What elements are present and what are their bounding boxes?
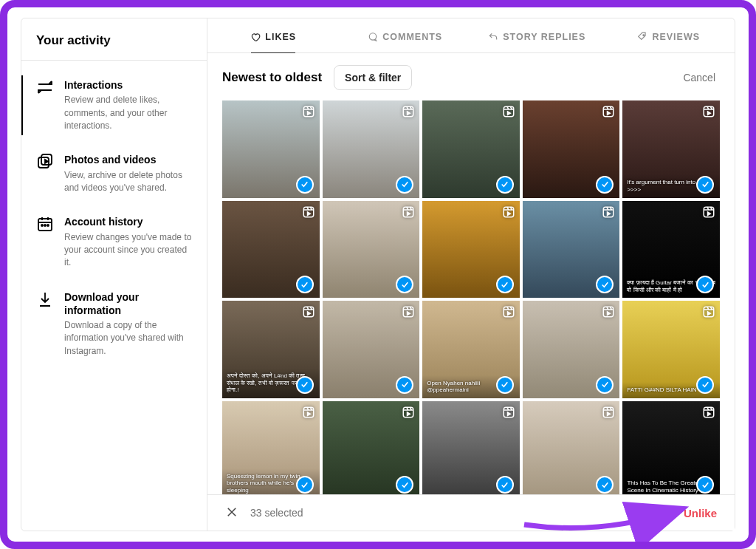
reel-icon — [502, 305, 515, 318]
selected-check-icon — [296, 376, 314, 394]
page-title: Your activity — [36, 33, 192, 48]
sidebar-header: Your activity — [21, 18, 207, 61]
reel-icon — [702, 205, 715, 219]
svg-rect-13 — [303, 207, 314, 217]
sidebar-item-desc: View, archive or delete photos and video… — [64, 169, 193, 195]
media-thumb[interactable] — [523, 100, 620, 198]
media-thumb[interactable] — [523, 201, 620, 299]
svg-rect-24 — [403, 407, 413, 417]
toolbar: Newest to oldest Sort & filter Cancel — [207, 53, 735, 100]
svg-point-7 — [643, 35, 645, 36]
media-thumb[interactable]: FATTI G##ND SILTA HAIN — [622, 301, 720, 398]
selection-footer: 33 selected Unlike — [207, 494, 735, 531]
media-thumb[interactable] — [523, 401, 620, 494]
selected-check-icon — [696, 176, 714, 194]
svg-rect-15 — [504, 207, 514, 217]
selected-check-icon — [496, 176, 514, 194]
svg-rect-1 — [41, 154, 52, 165]
sidebar-item-label: Account history — [64, 215, 193, 228]
sidebar-item-label: Interactions — [64, 78, 193, 92]
svg-rect-25 — [504, 407, 514, 417]
sidebar-item-photos-videos[interactable]: Photos and videos View, archive or delet… — [21, 143, 207, 205]
svg-rect-11 — [604, 106, 614, 117]
tabs: LIKES COMMENTS STORY REPLIES REVIEWS — [207, 18, 735, 53]
calendar-icon — [36, 215, 54, 233]
sort-filter-button[interactable]: Sort & filter — [334, 65, 412, 90]
sidebar-item-download[interactable]: Download your information Download a cop… — [21, 280, 207, 369]
tab-label: LIKES — [265, 32, 296, 42]
reel-icon — [402, 205, 415, 219]
svg-rect-12 — [704, 106, 714, 117]
media-thumb[interactable] — [422, 201, 520, 299]
media-icon — [36, 153, 54, 171]
selected-check-icon — [596, 176, 614, 194]
media-thumb[interactable]: It's argument that turn into this >>>> — [622, 100, 720, 198]
media-thumb[interactable]: क्या फ़ायदा है Guitar बजाने का साहब जब व… — [622, 201, 720, 299]
selected-check-icon — [296, 476, 314, 494]
tab-comments[interactable]: COMMENTS — [340, 18, 472, 52]
interactions-icon — [36, 78, 54, 96]
tag-icon — [637, 32, 647, 42]
tab-label: COMMENTS — [382, 32, 442, 42]
media-thumb[interactable] — [323, 201, 420, 299]
reel-icon — [302, 406, 315, 419]
reel-icon — [602, 205, 615, 219]
svg-rect-22 — [704, 307, 714, 317]
sidebar-item-interactions[interactable]: Interactions Review and delete likes, co… — [21, 68, 207, 143]
media-thumb[interactable] — [323, 100, 420, 198]
sidebar-item-desc: Review changes you've made to your accou… — [64, 231, 193, 270]
svg-rect-23 — [303, 407, 314, 417]
svg-rect-21 — [604, 307, 614, 317]
svg-rect-14 — [403, 207, 413, 217]
heart-icon — [250, 32, 261, 42]
svg-rect-20 — [504, 307, 514, 317]
reel-icon — [602, 105, 615, 118]
selected-check-icon — [496, 276, 514, 293]
svg-rect-19 — [403, 307, 413, 317]
sidebar-item-desc: Review and delete likes, comments, and y… — [64, 94, 193, 132]
reel-icon — [302, 305, 315, 318]
svg-point-3 — [41, 225, 43, 226]
reel-icon — [402, 406, 415, 419]
media-thumb[interactable] — [422, 401, 520, 494]
media-thumb[interactable] — [222, 201, 320, 299]
comment-icon — [368, 32, 378, 42]
reel-icon — [502, 406, 515, 419]
media-thumb[interactable] — [323, 301, 420, 398]
main-content: LIKES COMMENTS STORY REPLIES REVIEWS New… — [207, 18, 735, 531]
media-thumb[interactable]: Squeezing lemon in my twin brothers mout… — [222, 401, 320, 494]
sidebar-item-account-history[interactable]: Account history Review changes you've ma… — [21, 205, 207, 279]
clear-selection-button[interactable] — [225, 505, 240, 520]
svg-point-5 — [47, 225, 49, 226]
reel-icon — [602, 406, 615, 419]
svg-rect-16 — [604, 207, 614, 217]
reel-icon — [702, 105, 715, 118]
reel-icon — [702, 406, 715, 419]
sidebar: Your activity Interactions Review and de… — [21, 18, 207, 531]
selected-check-icon — [696, 376, 714, 394]
reel-icon — [602, 305, 615, 318]
svg-rect-18 — [303, 307, 314, 317]
media-thumb[interactable] — [422, 100, 520, 198]
selected-check-icon — [296, 176, 314, 194]
svg-rect-9 — [403, 106, 413, 117]
svg-point-4 — [44, 225, 46, 226]
media-thumb[interactable] — [523, 301, 620, 398]
media-thumb[interactable]: Open Nyahen nahiiii @ppeahermaini — [422, 301, 520, 398]
svg-rect-8 — [303, 106, 314, 117]
selected-check-icon — [496, 376, 514, 394]
media-thumb[interactable] — [323, 401, 420, 494]
cancel-button[interactable]: Cancel — [683, 72, 720, 83]
tab-likes[interactable]: LIKES — [207, 18, 340, 52]
reel-icon — [302, 105, 315, 118]
tab-story-replies[interactable]: STORY REPLIES — [471, 18, 603, 52]
media-thumb[interactable]: This Has To Be The Greatest Scene In Cin… — [622, 401, 720, 494]
tab-reviews[interactable]: REVIEWS — [603, 18, 735, 52]
media-thumb[interactable] — [222, 100, 320, 198]
media-thumb[interactable]: अपने दोस्त को, अपने L#nd की तरह संभाल के… — [222, 301, 320, 398]
selected-check-icon — [396, 176, 413, 194]
grid-scroll[interactable]: It's argument that turn into this >>>>क्… — [207, 100, 735, 494]
reel-icon — [302, 205, 315, 219]
unlike-button[interactable]: Unlike — [684, 507, 717, 519]
tab-label: REVIEWS — [652, 32, 700, 42]
